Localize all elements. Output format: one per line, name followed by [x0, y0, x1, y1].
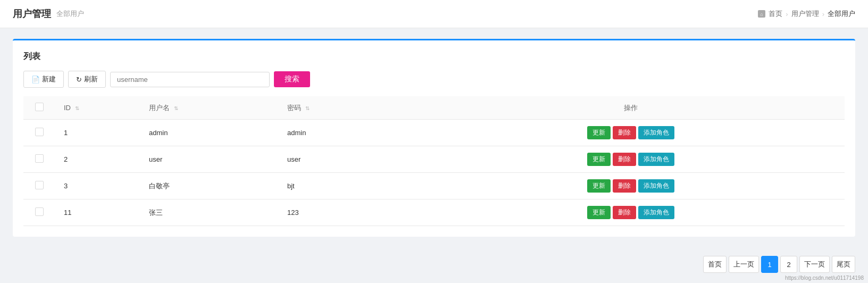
delete-button[interactable]: 删除	[613, 126, 636, 139]
pagination-page-1[interactable]: 1	[761, 256, 778, 273]
pagination-prev[interactable]: 上一页	[729, 256, 759, 273]
row-password: user	[279, 146, 417, 173]
breadcrumb: ⌂ 首页 › 用户管理 › 全部用户	[758, 9, 855, 19]
pagination-next[interactable]: 下一页	[799, 256, 830, 273]
breadcrumb-user-manage[interactable]: 用户管理	[791, 9, 819, 19]
breadcrumb-home[interactable]: 首页	[769, 9, 782, 19]
username-sort-icon[interactable]: ⇅	[174, 105, 178, 111]
table-row: 11张三123更新删除添加角色	[23, 199, 845, 226]
row-checkbox-cell	[23, 199, 55, 226]
table-header-row: ID ⇅ 用户名 ⇅ 密码 ⇅ 操作	[23, 96, 845, 120]
add-role-button[interactable]: 添加角色	[638, 206, 674, 219]
data-table: ID ⇅ 用户名 ⇅ 密码 ⇅ 操作 1ad	[23, 96, 845, 226]
row-password: 123	[279, 199, 417, 226]
row-id: 3	[55, 173, 140, 199]
delete-button[interactable]: 删除	[613, 206, 636, 219]
add-role-button[interactable]: 添加角色	[638, 153, 674, 166]
row-id: 1	[55, 120, 140, 146]
page-header-left: 用户管理 全部用户	[13, 7, 84, 20]
table-row: 3白敬亭bjt更新删除添加角色	[23, 173, 845, 199]
col-id-label: ID	[64, 104, 71, 112]
col-header-username: 用户名 ⇅	[140, 96, 279, 120]
row-password: admin	[279, 120, 417, 146]
row-username: user	[140, 146, 279, 173]
refresh-button[interactable]: ↻ 刷新	[68, 71, 106, 88]
table-header: ID ⇅ 用户名 ⇅ 密码 ⇅ 操作	[23, 96, 845, 120]
action-buttons: 更新删除添加角色	[425, 153, 836, 166]
search-button-label: 搜索	[285, 74, 299, 84]
delete-button[interactable]: 删除	[613, 179, 636, 193]
search-input[interactable]	[110, 72, 270, 87]
card-title: 列表	[23, 51, 845, 62]
page-title: 用户管理	[13, 7, 51, 20]
add-role-button[interactable]: 添加角色	[638, 179, 674, 193]
row-id: 2	[55, 146, 140, 173]
toolbar: 📄 新建 ↻ 刷新 搜索	[23, 71, 845, 88]
row-username: admin	[140, 120, 279, 146]
row-actions: 更新删除添加角色	[417, 120, 845, 146]
refresh-icon: ↻	[76, 76, 82, 84]
row-checkbox[interactable]	[35, 128, 44, 136]
row-password: bjt	[279, 173, 417, 199]
pagination-last[interactable]: 尾页	[832, 256, 855, 273]
row-checkbox[interactable]	[35, 181, 44, 189]
col-header-checkbox	[23, 96, 55, 120]
update-button[interactable]: 更新	[587, 206, 611, 219]
table-body: 1adminadmin更新删除添加角色2useruser更新删除添加角色3白敬亭…	[23, 120, 845, 226]
col-password-label: 密码	[287, 104, 301, 112]
pagination-page-2[interactable]: 2	[780, 256, 797, 273]
header-checkbox[interactable]	[35, 103, 44, 111]
action-buttons: 更新删除添加角色	[425, 126, 836, 139]
row-checkbox[interactable]	[35, 154, 44, 163]
url-hint: https://blog.csdn.net/u011714198	[785, 275, 864, 281]
search-button[interactable]: 搜索	[274, 71, 310, 87]
update-button[interactable]: 更新	[587, 126, 611, 139]
row-checkbox-cell	[23, 173, 55, 199]
new-button[interactable]: 📄 新建	[23, 71, 64, 88]
home-icon: ⌂	[758, 10, 765, 18]
update-button[interactable]: 更新	[587, 179, 611, 193]
page-subtitle: 全部用户	[56, 9, 84, 19]
col-header-actions: 操作	[417, 96, 845, 120]
update-button[interactable]: 更新	[587, 153, 611, 166]
new-button-label: 新建	[42, 74, 56, 84]
delete-button[interactable]: 删除	[613, 153, 636, 166]
svg-text:⌂: ⌂	[761, 12, 763, 17]
row-username: 白敬亭	[140, 173, 279, 199]
col-actions-label: 操作	[624, 104, 638, 112]
row-checkbox[interactable]	[35, 207, 44, 216]
card: 列表 📄 新建 ↻ 刷新 搜索	[13, 39, 855, 237]
refresh-button-label: 刷新	[84, 74, 98, 84]
pagination: 首页 上一页 1 2 下一页 尾页	[0, 247, 868, 281]
table-row: 2useruser更新删除添加角色	[23, 146, 845, 173]
id-sort-icon[interactable]: ⇅	[75, 105, 79, 111]
row-actions: 更新删除添加角色	[417, 199, 845, 226]
breadcrumb-all-users: 全部用户	[828, 9, 855, 19]
row-checkbox-cell	[23, 120, 55, 146]
main-content: 列表 📄 新建 ↻ 刷新 搜索	[0, 28, 868, 247]
col-header-password: 密码 ⇅	[279, 96, 417, 120]
row-actions: 更新删除添加角色	[417, 173, 845, 199]
page-header: 用户管理 全部用户 ⌂ 首页 › 用户管理 › 全部用户	[0, 0, 868, 28]
action-buttons: 更新删除添加角色	[425, 179, 836, 193]
row-checkbox-cell	[23, 146, 55, 173]
action-buttons: 更新删除添加角色	[425, 206, 836, 219]
row-id: 11	[55, 199, 140, 226]
table-row: 1adminadmin更新删除添加角色	[23, 120, 845, 146]
col-header-id: ID ⇅	[55, 96, 140, 120]
password-sort-icon[interactable]: ⇅	[305, 105, 310, 111]
pagination-first[interactable]: 首页	[703, 256, 727, 273]
row-actions: 更新删除添加角色	[417, 146, 845, 173]
row-username: 张三	[140, 199, 279, 226]
add-role-button[interactable]: 添加角色	[638, 126, 674, 139]
file-icon: 📄	[31, 76, 40, 84]
col-username-label: 用户名	[149, 104, 170, 112]
